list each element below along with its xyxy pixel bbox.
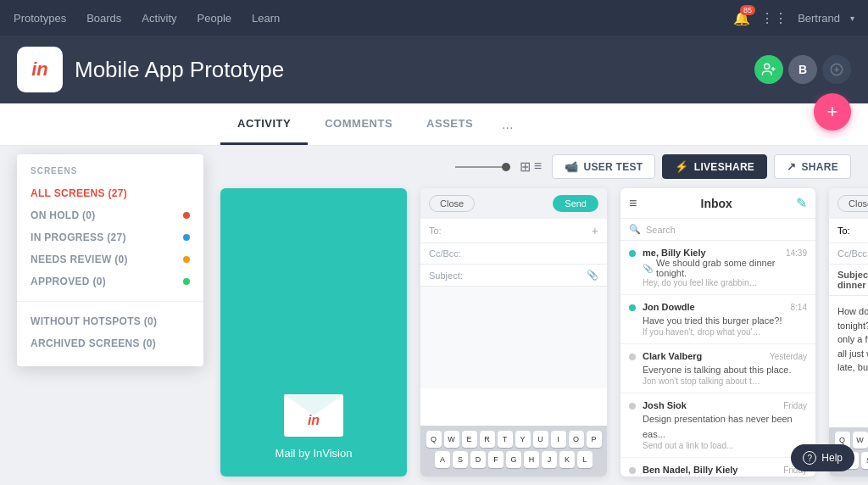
inbox-message-3[interactable]: Clark Valberg Yesterday Everyone is talk… [620, 344, 815, 393]
key-h[interactable]: H [524, 451, 539, 468]
detail-key-s[interactable]: S [861, 452, 868, 469]
inbox-message-5[interactable]: Ben Nadel, Billy Kiely Friday Discuss cr… [620, 458, 815, 477]
subject-4: Design presentation has never been eas..… [643, 414, 793, 439]
key-s[interactable]: S [453, 451, 468, 468]
inbox-message-4[interactable]: Josh Siok Friday Design presentation has… [620, 393, 815, 458]
unread-dot-1 [629, 250, 636, 257]
dropdown-section-title: SCREENS [17, 166, 203, 182]
nav-learn[interactable]: Learn [252, 12, 280, 25]
inbox-content-4: Josh Siok Friday Design presentation has… [643, 400, 807, 450]
project-info: in Mobile App Prototype [17, 47, 284, 92]
key-u[interactable]: U [533, 431, 548, 448]
compose-send-button[interactable]: Send [553, 195, 598, 212]
compose-to-add[interactable]: + [592, 224, 598, 237]
key-y[interactable]: Y [515, 431, 531, 448]
tab-assets[interactable]: ASSETS [409, 103, 490, 145]
dropdown-without-hotspots[interactable]: WITHOUT HOTSPOTS (0) [17, 310, 203, 332]
time-1: 14:39 [786, 248, 807, 258]
detail-subject-field[interactable]: Subject: We should grab some dinner 📎 [829, 265, 868, 296]
sender-2: Jon Dowdle [643, 302, 695, 312]
fab-add[interactable]: + [814, 93, 851, 131]
key-f[interactable]: F [488, 451, 504, 468]
key-e[interactable]: E [462, 431, 477, 448]
key-k[interactable]: K [559, 451, 575, 468]
inbox-message-2[interactable]: Jon Dowdle 8:14 Have you tried this burg… [620, 295, 815, 344]
keyboard-row-1: Q W E R T Y U I O P [424, 431, 604, 448]
nav-people[interactable]: People [198, 12, 231, 25]
inbox-search-bar[interactable]: 🔍 Search [620, 219, 815, 241]
share-button[interactable]: ↗ SHARE [774, 154, 851, 179]
dropdown-archived[interactable]: ARCHIVED SCREENS (0) [17, 332, 203, 354]
nav-boards[interactable]: Boards [86, 12, 121, 25]
email-compose-header: Close Send [420, 188, 607, 219]
dropdown-in-progress[interactable]: IN PROGRESS (27) [17, 226, 203, 248]
avatar-add-user[interactable] [754, 55, 783, 84]
compose-subject-field[interactable]: Subject: 📎 [420, 265, 607, 287]
subject-1: We should grab some dinner tonight. [656, 258, 807, 278]
key-o[interactable]: O [569, 431, 584, 448]
dropdown-item-label: ON HOLD (0) [31, 209, 96, 221]
detail-close-button[interactable]: Close [837, 195, 868, 212]
grid-icon[interactable]: ⋮⋮ [760, 10, 787, 26]
dropdown-item-label: ALL SCREENS (27) [31, 187, 127, 199]
tab-activity[interactable]: ACTIVITY [220, 103, 308, 145]
help-button[interactable]: ? Help [791, 444, 854, 471]
dropdown-approved[interactable]: APPROVED (0) [17, 270, 203, 293]
hamburger-icon[interactable]: ≡ [629, 196, 637, 211]
key-a[interactable]: A [435, 451, 450, 468]
unread-dot-2 [629, 304, 636, 311]
dropdown-on-hold[interactable]: ON HOLD (0) [17, 204, 203, 226]
user-name[interactable]: Bertrand [798, 12, 840, 25]
detail-cc-field[interactable]: Cc/Bcc: [829, 243, 868, 265]
inbox-message-1[interactable]: me, Billy Kiely 14:39 📎 We should grab s… [620, 241, 815, 295]
liveshare-button[interactable]: ⚡ LIVESHARE [662, 154, 767, 179]
screen-inbox[interactable]: ≡ Inbox ✎ 🔍 Search me, Billy Kiely 14:39… [620, 188, 815, 477]
compose-cc-field[interactable]: Cc/Bcc: [420, 243, 607, 265]
sender-4: Josh Siok [643, 400, 687, 410]
main-content: SCREENS ALL SCREENS (27) ON HOLD (0) IN … [0, 146, 868, 485]
detail-key-w[interactable]: W [853, 432, 868, 449]
bolt-icon: ⚡ [675, 160, 688, 173]
screen-email-compose[interactable]: Close Send To: + Cc/Bcc: Subject: 📎 Q W … [420, 188, 607, 477]
camera-icon: 📹 [565, 160, 578, 173]
key-l[interactable]: L [577, 451, 593, 468]
screen-email-detail[interactable]: Close Send To: Billy Kiely + Cc/Bcc: Sub… [829, 188, 868, 477]
inbox-edit-icon[interactable]: ✎ [796, 195, 807, 211]
compose-close-button[interactable]: Close [429, 195, 475, 212]
avatar-b[interactable]: B [788, 55, 817, 84]
tab-more[interactable]: ... [490, 103, 525, 145]
compose-to-field[interactable]: To: + [420, 219, 607, 243]
user-dropdown-icon[interactable]: ▾ [850, 14, 854, 23]
list-view-icon[interactable]: ≡ [534, 159, 542, 175]
key-g[interactable]: G [506, 451, 521, 468]
key-d[interactable]: D [470, 451, 486, 468]
detail-to-field[interactable]: To: Billy Kiely + [829, 219, 868, 243]
share-icon: ↗ [787, 160, 796, 173]
screen-invision-mail[interactable]: in Mail by InVision [220, 188, 407, 477]
key-j[interactable]: J [542, 451, 557, 468]
dropdown-all-screens[interactable]: ALL SCREENS (27) [17, 182, 203, 204]
avatar-plus[interactable] [822, 55, 851, 84]
notification-badge: 85 [740, 5, 755, 15]
key-r[interactable]: R [480, 431, 495, 448]
notification-bell[interactable]: 🔔 85 [733, 10, 750, 26]
time-3: Yesterday [770, 352, 807, 361]
key-w[interactable]: W [444, 431, 459, 448]
compose-to-label: To: [429, 226, 442, 236]
toolbar: ⊞ ≡ 📹 USER TEST ⚡ LIVESHARE ↗ SHARE [455, 154, 851, 179]
time-4: Friday [783, 401, 807, 410]
user-test-button[interactable]: 📹 USER TEST [552, 154, 655, 179]
key-t[interactable]: T [498, 431, 513, 448]
email-detail-body: How do you feel about grabbing a burger … [829, 296, 868, 383]
key-p[interactable]: P [587, 431, 602, 448]
tab-comments[interactable]: COMMENTS [308, 103, 409, 145]
dropdown-needs-review[interactable]: NEEDS REVIEW (0) [17, 248, 203, 270]
dropdown-item-label: APPROVED (0) [31, 276, 106, 287]
subject-3: Everyone is talking about this place. [643, 365, 792, 375]
nav-activity[interactable]: Activity [142, 12, 176, 25]
grid-view-icon[interactable]: ⊞ [520, 159, 531, 175]
nav-prototypes[interactable]: Prototypes [14, 12, 66, 25]
read-dot-3 [629, 354, 636, 360]
key-i[interactable]: I [551, 431, 566, 448]
key-q[interactable]: Q [426, 431, 442, 448]
